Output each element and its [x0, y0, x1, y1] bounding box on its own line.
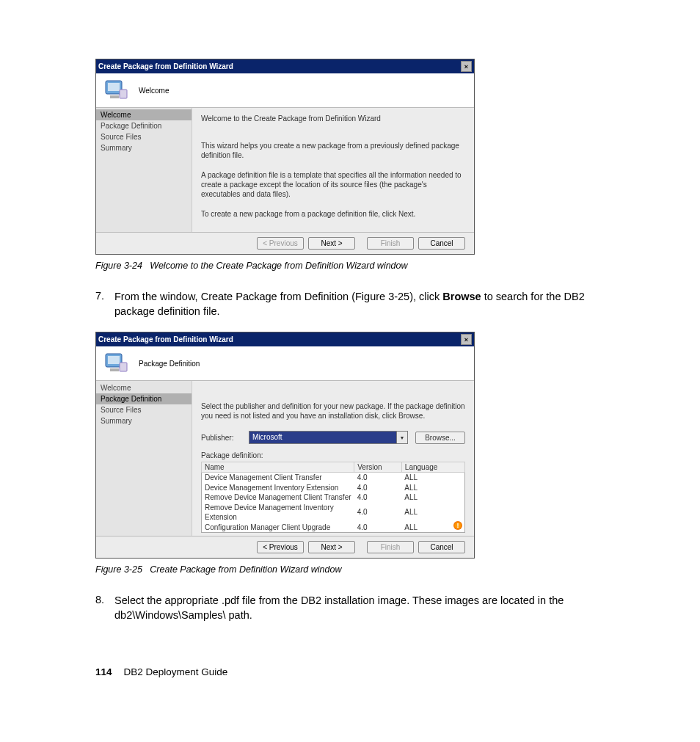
footer-title: DB2 Deployment Guide [124, 666, 228, 677]
table-row[interactable]: Configuration Manager Client Upgrade4.0A… [202, 523, 465, 533]
package-definition-label: Package definition: [201, 451, 465, 459]
computer-icon [103, 79, 130, 101]
svg-rect-2 [110, 95, 119, 98]
wizard-footer: < Previous Next > Finish Cancel [96, 536, 474, 558]
cell-name: Remove Device Management Client Transfer [202, 492, 354, 503]
nav-item-welcome[interactable]: Welcome [96, 382, 192, 393]
nav-item-source-files[interactable]: Source Files [96, 131, 192, 142]
wizard-header: Welcome [96, 73, 474, 108]
wizard-header-label: Welcome [139, 87, 169, 95]
window-title: Create Package from Definition Wizard [98, 335, 233, 343]
wizard-text: A package definition file is a template … [201, 170, 465, 199]
nav-item-summary[interactable]: Summary [96, 415, 192, 426]
figure-caption-3-24: Figure 3-24 Welcome to the Create Packag… [95, 261, 627, 271]
step-7: 7. From the window, Create Package from … [95, 290, 627, 319]
nav-item-summary[interactable]: Summary [96, 142, 192, 153]
svg-rect-7 [120, 363, 127, 371]
publisher-label: Publisher: [201, 434, 241, 442]
step-text: Select the appropriate .pdf file from th… [114, 594, 627, 622]
cell-language: ALL [401, 473, 464, 483]
browse-button[interactable]: Browse... [415, 432, 465, 444]
wizard-text: To create a new package from a package d… [201, 209, 465, 219]
next-button[interactable]: Next > [308, 541, 355, 553]
nav-item-welcome[interactable]: Welcome [96, 109, 192, 120]
cell-version: 4.0 [354, 483, 402, 493]
table-row[interactable]: Remove Device Management Client Transfer… [202, 492, 465, 503]
page-footer: 114DB2 Deployment Guide [95, 666, 627, 677]
svg-rect-3 [120, 90, 127, 98]
step-text: From the window, Create Package from Def… [114, 291, 442, 302]
wizard-footer: < Previous Next > Finish Cancel [96, 232, 474, 254]
cancel-button[interactable]: Cancel [418, 541, 465, 553]
step-bold: Browse [442, 291, 481, 302]
step-8: 8. Select the appropriate .pdf file from… [95, 594, 627, 622]
wizard-header-label: Package Definition [139, 360, 200, 368]
wizard-nav: Welcome Package Definition Source Files … [96, 381, 192, 536]
close-icon[interactable]: × [461, 334, 472, 345]
table-row[interactable]: Remove Device Management Inventory Exten… [202, 503, 465, 523]
nav-item-package-definition[interactable]: Package Definition [96, 120, 192, 131]
svg-rect-6 [110, 368, 119, 371]
nav-item-source-files[interactable]: Source Files [96, 404, 192, 415]
svg-rect-5 [108, 356, 120, 364]
previous-button[interactable]: < Previous [257, 541, 304, 553]
wizard-welcome-title: Welcome to the Create Package from Defin… [201, 114, 465, 123]
close-icon[interactable]: × [461, 61, 472, 72]
wizard-figure-3-25: Create Package from Definition Wizard × … [95, 332, 475, 559]
cell-version: 4.0 [354, 503, 402, 523]
chevron-down-icon[interactable]: ▼ [397, 431, 408, 444]
table-row[interactable]: Device Management Client Transfer4.0ALL [202, 473, 465, 483]
nav-item-package-definition[interactable]: Package Definition [96, 393, 192, 404]
cell-name: Remove Device Management Inventory Exten… [202, 503, 354, 523]
cell-version: 4.0 [354, 473, 402, 483]
wizard-header: Package Definition [96, 346, 474, 381]
window-titlebar: Create Package from Definition Wizard × [96, 59, 474, 73]
figure-caption-3-25: Figure 3-25 Create Package from Definiti… [95, 564, 627, 575]
publisher-value: Microsoft [249, 431, 397, 444]
cell-version: 4.0 [354, 523, 402, 533]
table-row[interactable]: Device Management Inventory Extension4.0… [202, 483, 465, 493]
next-button[interactable]: Next > [308, 237, 355, 250]
cell-language: ALL [401, 492, 464, 503]
cell-name: Configuration Manager Client Upgrade [202, 523, 354, 533]
cell-language: ALL [401, 483, 464, 493]
cell-version: 4.0 [354, 492, 402, 503]
finish-button: Finish [367, 541, 414, 553]
cell-name: Device Management Client Transfer [202, 473, 354, 483]
wizard-instructions: Select the publisher and definition for … [201, 401, 465, 421]
publisher-combo[interactable]: Microsoft ▼ [249, 431, 408, 444]
window-title: Create Package from Definition Wizard [98, 62, 233, 70]
wizard-figure-3-24: Create Package from Definition Wizard × … [95, 59, 475, 255]
previous-button: < Previous [257, 237, 304, 250]
window-titlebar: Create Package from Definition Wizard × [96, 332, 474, 346]
list-number: 8. [95, 594, 109, 622]
wizard-content: Welcome to the Create Package from Defin… [192, 108, 474, 232]
list-number: 7. [95, 290, 109, 319]
finish-button: Finish [367, 237, 414, 250]
col-version: Version [354, 462, 402, 473]
cell-name: Device Management Inventory Extension [202, 483, 354, 493]
svg-rect-1 [108, 83, 120, 91]
wizard-nav: Welcome Package Definition Source Files … [96, 108, 192, 232]
col-name: Name [202, 462, 354, 473]
wizard-content: Select the publisher and definition for … [192, 381, 474, 536]
package-definition-table[interactable]: Name Version Language Device Management … [201, 462, 465, 533]
cancel-button[interactable]: Cancel [418, 237, 465, 250]
cell-language: ALL [401, 503, 464, 523]
wizard-text: This wizard helps you create a new packa… [201, 141, 465, 160]
computer-icon [103, 352, 130, 374]
page-number: 114 [95, 666, 112, 677]
col-language: Language [401, 462, 464, 473]
